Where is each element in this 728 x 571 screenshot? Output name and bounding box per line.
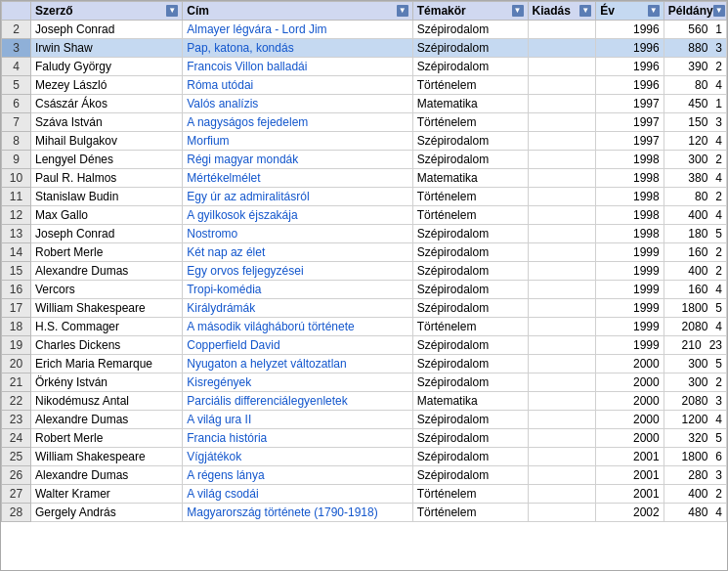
row-number: 12 <box>2 206 31 225</box>
cell-peldany: 4501 <box>664 95 726 113</box>
table-row[interactable]: 6Császár ÁkosValós analízisMatematika199… <box>2 95 727 113</box>
cell-temakör: Szépirodalom <box>412 21 528 39</box>
table-row[interactable]: 9Lengyel DénesRégi magyar mondákSzépirod… <box>2 151 727 169</box>
cell-ev: 2001 <box>596 485 664 504</box>
table-row[interactable]: 7Száva IstvánA nagyságos fejedelemTörtén… <box>2 113 727 132</box>
cell-szerzo: Charles Dickens <box>30 336 182 355</box>
table-row[interactable]: 23Alexandre DumasA világ ura IISzépiroda… <box>2 411 727 429</box>
col-f-header[interactable]: Példány ▼ <box>664 2 726 21</box>
row-number: 2 <box>2 21 31 39</box>
table-row[interactable]: 15Alexandre DumasEgy orvos feljegyzéseiS… <box>2 262 727 281</box>
cell-kiadas <box>528 429 596 448</box>
table-row[interactable]: 20Erich Maria RemarqueNyugaton a helyzet… <box>2 355 727 373</box>
col-a-header[interactable]: Szerző ▼ <box>30 2 182 21</box>
cell-kiadas <box>528 299 596 318</box>
row-number: 23 <box>2 411 31 429</box>
table-row[interactable]: 5Mezey LászlóRóma utódaiTörténelem199680… <box>2 76 727 95</box>
cell-temakör: Szépirodalom <box>412 262 528 281</box>
cell-kiadas <box>528 188 596 206</box>
table-row[interactable]: 8Mihail BulgakovMorfiumSzépirodalom19971… <box>2 132 727 151</box>
cell-cim: Francois Villon balladái <box>183 58 413 76</box>
filter-a-icon[interactable]: ▼ <box>166 5 178 17</box>
cell-cim: Kisregények <box>183 373 413 392</box>
cell-kiadas <box>528 225 596 243</box>
cell-ev: 1998 <box>596 169 664 188</box>
col-c-header[interactable]: Témakör ▼ <box>412 2 528 21</box>
cell-ev: 1999 <box>596 336 664 355</box>
cell-cim: A második világháború története <box>183 318 413 336</box>
col-d-header[interactable]: Kiadás ▼ <box>528 2 596 21</box>
table-row[interactable]: 19Charles DickensCopperfield DavidSzépir… <box>2 336 727 355</box>
cell-peldany: 1503 <box>664 113 726 132</box>
table-row[interactable]: 22Nikodémusz AntalParciális differenciál… <box>2 392 727 411</box>
cell-szerzo: Mihail Bulgakov <box>30 132 182 151</box>
filter-f-icon[interactable]: ▼ <box>713 5 725 17</box>
cell-temakör: Szépirodalom <box>412 243 528 262</box>
cell-peldany: 3005 <box>664 355 726 373</box>
cell-peldany: 8803 <box>664 39 726 58</box>
table-row[interactable]: 10Paul R. HalmosMértékelméletMatematika1… <box>2 169 727 188</box>
cell-szerzo: Alexandre Dumas <box>30 411 182 429</box>
cell-peldany: 18006 <box>664 448 726 466</box>
cell-peldany: 802 <box>664 188 726 206</box>
cell-ev: 1999 <box>596 243 664 262</box>
table-row[interactable]: 25William ShakespeareVígjátékokSzépiroda… <box>2 448 727 466</box>
cell-szerzo: Irwin Shaw <box>30 39 182 58</box>
cell-temakör: Történelem <box>412 113 528 132</box>
cell-kiadas <box>528 95 596 113</box>
cell-kiadas <box>528 392 596 411</box>
table-row[interactable]: 26Alexandre DumasA régens lányaSzépiroda… <box>2 466 727 485</box>
row-number: 24 <box>2 429 31 448</box>
cell-szerzo: Joseph Conrad <box>30 21 182 39</box>
cell-cim: Két nap az élet <box>183 243 413 262</box>
cell-kiadas <box>528 21 596 39</box>
cell-cim: A nagyságos fejedelem <box>183 113 413 132</box>
cell-szerzo: Vercors <box>30 281 182 299</box>
cell-temakör: Történelem <box>412 318 528 336</box>
row-number: 20 <box>2 355 31 373</box>
cell-peldany: 3002 <box>664 151 726 169</box>
row-number: 18 <box>2 318 31 336</box>
col-e-header[interactable]: Év ▼ <box>596 2 664 21</box>
cell-ev: 1999 <box>596 299 664 318</box>
table-row[interactable]: 17William ShakespeareKirálydrámákSzépiro… <box>2 299 727 318</box>
cell-peldany: 1602 <box>664 243 726 262</box>
cell-ev: 1996 <box>596 21 664 39</box>
table-row[interactable]: 21Örkény IstvánKisregényekSzépirodalom20… <box>2 373 727 392</box>
cell-cim: Pap, katona, kondás <box>183 39 413 58</box>
table-row[interactable]: 27Walter KramerA világ csodáiTörténelem2… <box>2 485 727 504</box>
cell-peldany: 12004 <box>664 411 726 429</box>
cell-kiadas <box>528 206 596 225</box>
cell-szerzo: Faludy György <box>30 58 182 76</box>
filter-b-icon[interactable]: ▼ <box>397 5 408 17</box>
table-row[interactable]: 14Robert MerleKét nap az életSzépirodalo… <box>2 243 727 262</box>
table-row[interactable]: 16VercorsTropi-komédiaSzépirodalom199916… <box>2 281 727 299</box>
cell-szerzo: Mezey László <box>30 76 182 95</box>
cell-ev: 1997 <box>596 95 664 113</box>
filter-c-icon[interactable]: ▼ <box>512 5 524 17</box>
cell-cim: Nostromo <box>183 225 413 243</box>
table-row[interactable]: 13Joseph ConradNostromoSzépirodalom19981… <box>2 225 727 243</box>
cell-kiadas <box>528 132 596 151</box>
table-row[interactable]: 3Irwin ShawPap, katona, kondásSzépirodal… <box>2 39 727 58</box>
cell-szerzo: Max Gallo <box>30 206 182 225</box>
table-row[interactable]: 11Stanislaw BudinEgy úr az admiralitásró… <box>2 188 727 206</box>
table-row[interactable]: 2Joseph ConradAlmayer légvára - Lord Jim… <box>2 21 727 39</box>
col-b-header[interactable]: Cím ▼ <box>183 2 413 21</box>
cell-ev: 1998 <box>596 225 664 243</box>
filter-e-icon[interactable]: ▼ <box>648 5 660 17</box>
table-row[interactable]: 28Gergely AndrásMagyarország története (… <box>2 504 727 522</box>
cell-peldany: 3804 <box>664 169 726 188</box>
table-row[interactable]: 12Max GalloA gyilkosok éjszakájaTörténel… <box>2 206 727 225</box>
filter-d-icon[interactable]: ▼ <box>579 5 591 17</box>
cell-peldany: 1204 <box>664 132 726 151</box>
table-row[interactable]: 24Robert MerleFrancia históriaSzépirodal… <box>2 429 727 448</box>
row-number: 17 <box>2 299 31 318</box>
table-row[interactable]: 4Faludy GyörgyFrancois Villon balladáiSz… <box>2 58 727 76</box>
cell-peldany: 804 <box>664 76 726 95</box>
cell-ev: 2001 <box>596 466 664 485</box>
table-row[interactable]: 18H.S. CommagerA második világháború tör… <box>2 318 727 336</box>
cell-cim: Francia história <box>183 429 413 448</box>
cell-peldany: 3902 <box>664 58 726 76</box>
cell-peldany: 4804 <box>664 504 726 522</box>
